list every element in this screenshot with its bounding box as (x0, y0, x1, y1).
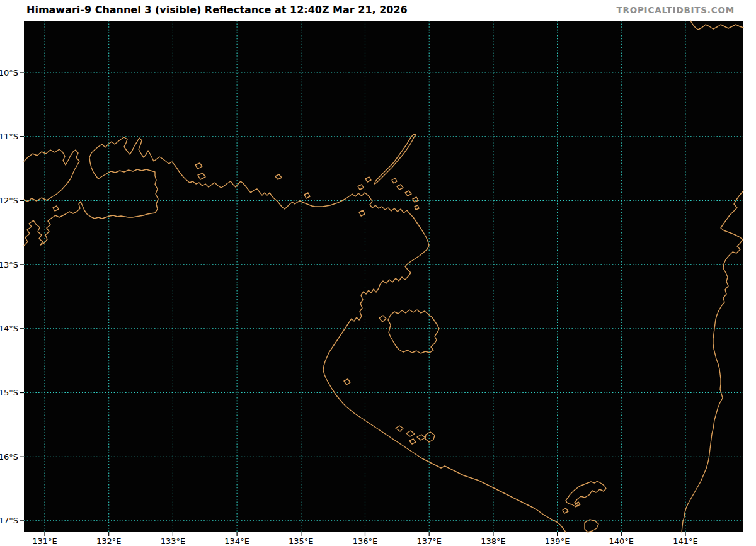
lon-tick-label: 131°E (32, 537, 57, 546)
lat-tick-label: 11°S (0, 132, 18, 141)
lon-tick-label: 132°E (96, 537, 122, 546)
lon-tick-label: 135°E (289, 537, 314, 546)
lat-tick-label: 10°S (0, 68, 18, 77)
lat-tick-label: 16°S (0, 452, 18, 462)
lon-tick-label: 140°E (609, 537, 634, 546)
lat-tick-label: 14°S (0, 324, 18, 333)
lon-tick-label: 139°E (545, 537, 570, 546)
lat-tick-label: 17°S (0, 516, 18, 525)
lon-tick-label: 134°E (224, 537, 249, 546)
lon-tick-label: 138°E (481, 537, 506, 546)
lon-tick-label: 141°E (673, 537, 698, 546)
satellite-image-panel (24, 21, 743, 532)
lat-tick-label: 12°S (0, 196, 18, 205)
map-background-layer (24, 21, 743, 532)
satellite-map-canvas: 10°S11°S12°S13°S14°S15°S16°S17°S131°E132… (0, 0, 756, 546)
lon-tick-label: 137°E (416, 537, 442, 546)
lat-tick-label: 13°S (0, 260, 18, 270)
lon-tick-label: 136°E (353, 537, 378, 546)
lat-tick-label: 15°S (0, 388, 18, 397)
lon-tick-label: 133°E (161, 537, 186, 546)
